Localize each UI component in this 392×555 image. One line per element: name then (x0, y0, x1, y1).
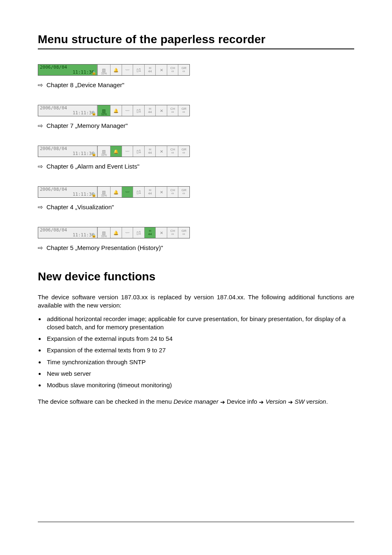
h-bot-text: 44 (148, 151, 152, 155)
bell-cell[interactable]: 🔔 (110, 146, 122, 157)
wave-cell[interactable]: 〰 (122, 65, 133, 75)
time-text: 11:11:36 (40, 192, 95, 197)
chapter-text: Chapter 6 „Alarm and Event Lists" (46, 163, 139, 170)
gr-cell[interactable]: GR ⇨ (178, 227, 189, 238)
tools-cell[interactable]: ✕ (155, 65, 167, 75)
pct-text: 33% (98, 113, 110, 116)
gr-cell[interactable]: GR ⇨ (178, 187, 189, 197)
chapter-text: Chapter 7 „Memory Manager" (46, 122, 128, 129)
h-bot-text: 44 (148, 233, 152, 236)
title-underline (38, 49, 354, 49)
bell-icon: 🔔 (113, 68, 118, 72)
h44-cell[interactable]: H 44 (144, 227, 156, 238)
wave-icon: 〰 (125, 231, 129, 235)
page-icon: ▯1 (136, 109, 141, 113)
page-cell[interactable]: ▯1 (133, 227, 144, 238)
h44-cell[interactable]: H 44 (144, 105, 156, 116)
tools-cell[interactable]: ✕ (155, 105, 167, 116)
wave-cell[interactable]: 〰 (122, 146, 133, 157)
closing-paragraph: The device software can be checked in th… (38, 398, 354, 406)
disk-icon: ▥ (102, 109, 106, 113)
pct-cell[interactable]: ▥ 33% (97, 227, 110, 238)
closing-device-manager: Device manager (173, 398, 218, 405)
pct-cell[interactable]: ▥ 33% (97, 65, 110, 75)
disk-icon: ▥ (102, 68, 106, 72)
toolbar-device-manager: 2006/08/04 11:11:36 🔒 ▥ 33% 🔔 〰 ▯1 H 44 … (38, 64, 190, 76)
chapter-link-5: ⇨ Chapter 5 „Memory Presentation (Histor… (38, 244, 354, 251)
bell-icon: 🔔 (113, 231, 118, 235)
tools-icon: ✕ (160, 231, 163, 235)
list-item: Time synchronization through SNTP (45, 358, 354, 366)
bullet-arrow-icon: ⇨ (38, 245, 43, 251)
datetime-cell[interactable]: 2006/08/04 11:11:36 🔒 (38, 65, 97, 75)
wave-icon: 〰 (125, 190, 129, 194)
chapter-text: Chapter 5 „Memory Presentation (History)… (46, 244, 163, 251)
page-cell[interactable]: ▯1 (133, 65, 144, 75)
bell-cell[interactable]: 🔔 (110, 227, 122, 238)
list-item: additional horizontal recorder image; ap… (45, 315, 354, 332)
pct-text: 33% (98, 235, 110, 238)
bullet-arrow-icon: ⇨ (38, 82, 43, 88)
time-text: 11:11:36 (40, 151, 95, 156)
time-text: 11:11:36 (40, 233, 95, 238)
closing-pre: The device software can be checked in th… (38, 398, 173, 405)
tools-cell[interactable]: ✕ (155, 187, 167, 197)
bullet-arrow-icon: ⇨ (38, 123, 43, 129)
page-icon: ▯1 (136, 149, 141, 154)
lock-icon: 🔒 (92, 234, 96, 238)
ch-cell[interactable]: CH ⇨ (167, 65, 178, 75)
datetime-cell[interactable]: 2006/08/04 11:11:36 🔒 (38, 227, 97, 238)
tools-cell[interactable]: ✕ (155, 227, 167, 238)
h44-cell[interactable]: H 44 (144, 146, 156, 157)
datetime-cell[interactable]: 2006/08/04 11:11:36 🔒 (38, 187, 97, 197)
chapter-link-7: ⇨ Chapter 7 „Memory Manager" (38, 122, 354, 129)
lock-icon: 🔒 (92, 193, 96, 197)
datetime-cell[interactable]: 2006/08/04 11:11:36 🔒 (38, 105, 97, 116)
section-heading: New device functions (38, 270, 354, 283)
page-icon: ▯1 (136, 190, 141, 194)
arrow-icon: ⇨ (182, 111, 185, 114)
bell-cell[interactable]: 🔔 (110, 187, 122, 197)
gr-cell[interactable]: GR ⇨ (178, 65, 189, 75)
wave-cell[interactable]: 〰 (122, 105, 133, 116)
arrow-icon: ➔ (259, 399, 264, 405)
bell-icon: 🔔 (113, 149, 118, 154)
gr-cell[interactable]: GR ⇨ (178, 146, 189, 157)
arrow-icon: ⇨ (171, 111, 174, 114)
h44-cell[interactable]: H 44 (144, 65, 156, 75)
tools-cell[interactable]: ✕ (155, 146, 167, 157)
chapter-link-8: ⇨ Chapter 8 „Device Manager" (38, 81, 354, 88)
closing-device-info: Device info (225, 398, 259, 405)
toolbar-memory-presentation: 2006/08/04 11:11:36 🔒 ▥ 33% 🔔 〰 ▯1 H 44 … (38, 227, 190, 238)
wave-cell[interactable]: 〰 (122, 227, 133, 238)
page-cell[interactable]: ▯1 (133, 146, 144, 157)
ch-cell[interactable]: CH ⇨ (167, 105, 178, 116)
h-bot-text: 44 (148, 70, 152, 73)
page-title: Menu structure of the paperless recorder (38, 33, 354, 46)
ch-cell[interactable]: CH ⇨ (167, 187, 178, 197)
pct-cell[interactable]: ▥ 33% (97, 146, 110, 157)
list-item: New web server (45, 370, 354, 378)
bell-cell[interactable]: 🔔 (110, 65, 122, 75)
pct-cell[interactable]: ▥ 33% (97, 187, 110, 197)
page-icon: ▯1 (136, 68, 141, 72)
chapter-link-6: ⇨ Chapter 6 „Alarm and Event Lists" (38, 163, 354, 170)
ch-cell[interactable]: CH ⇨ (167, 227, 178, 238)
wave-cell[interactable]: 〰 (122, 187, 133, 197)
ch-cell[interactable]: CH ⇨ (167, 146, 178, 157)
page-icon: ▯1 (136, 231, 141, 235)
page-cell[interactable]: ▯1 (133, 105, 144, 116)
gr-cell[interactable]: GR ⇨ (178, 105, 189, 116)
pct-cell[interactable]: ▥ 33% (97, 105, 110, 116)
chapter-link-4: ⇨ Chapter 4 „Visualization" (38, 204, 354, 210)
disk-icon: ▥ (102, 149, 106, 154)
datetime-cell[interactable]: 2006/08/04 11:11:36 🔒 (38, 146, 97, 157)
bell-cell[interactable]: 🔔 (110, 105, 122, 116)
arrow-icon: ➔ (220, 399, 225, 405)
toolbar-visualization: 2006/08/04 11:11:36 🔒 ▥ 33% 🔔 〰 ▯1 H 44 … (38, 186, 190, 198)
arrow-icon: ⇨ (171, 233, 174, 236)
h44-cell[interactable]: H 44 (144, 187, 156, 197)
time-text: 11:11:36 (40, 111, 95, 116)
page-cell[interactable]: ▯1 (133, 187, 144, 197)
bullet-arrow-icon: ⇨ (38, 204, 43, 210)
